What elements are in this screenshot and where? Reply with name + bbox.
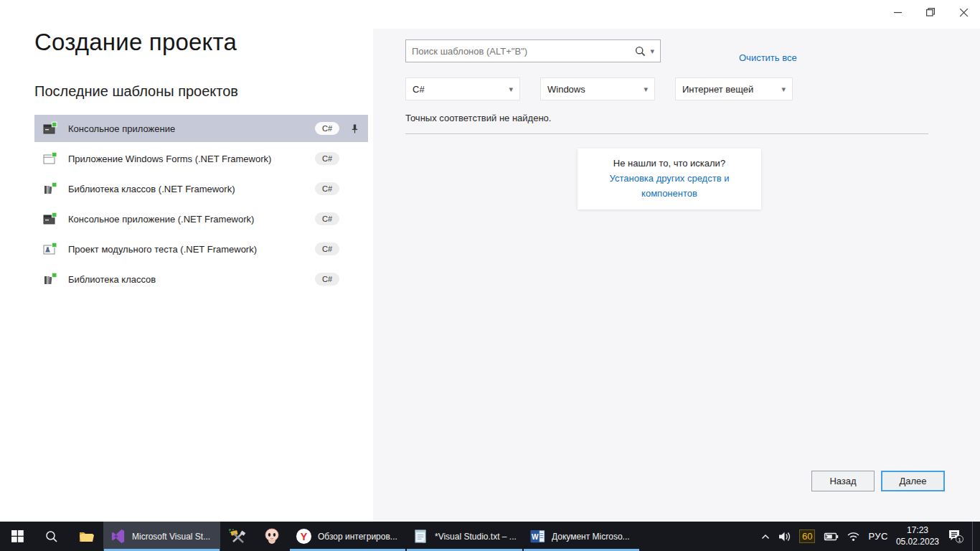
template-item-console-app[interactable]: Консольное приложение C# [34, 115, 368, 142]
template-item-class-library-netfw[interactable]: Библиотека классов (.NET Framework) C# [34, 175, 368, 202]
project-type-dropdown-value: Интернет вещей [682, 84, 753, 95]
svg-text:1: 1 [958, 537, 961, 543]
notepad-icon [413, 528, 429, 545]
template-item-winforms-app[interactable]: Приложение Windows Forms (.NET Framework… [34, 145, 368, 172]
back-button[interactable]: Назад [811, 471, 875, 491]
next-button[interactable]: Далее [881, 471, 945, 491]
page-title: Создание проекта [34, 29, 368, 56]
template-label: Библиотека классов [68, 274, 315, 285]
template-item-unit-test[interactable]: Проект модульного теста (.NET Framework)… [34, 235, 368, 263]
speaker-icon [778, 531, 791, 542]
template-label: Консольное приложение [68, 123, 315, 134]
show-desktop-button[interactable] [972, 522, 976, 551]
results-divider [405, 133, 928, 134]
tray-overflow-button[interactable] [760, 532, 771, 541]
console-app-icon [43, 212, 57, 226]
crossed-hammers-gold-icon [228, 527, 247, 546]
yandex-browser-icon: Y [296, 528, 312, 545]
clock[interactable]: 17:23 05.02.2023 [896, 525, 939, 547]
template-label: Консольное приложение (.NET Framework) [68, 214, 315, 225]
battery-button[interactable] [823, 532, 839, 542]
no-match-message: Точных соответствий не найдено. [405, 113, 551, 123]
search-options-caret-icon[interactable]: ▾ [650, 47, 654, 55]
pin-icon [349, 123, 360, 134]
close-button[interactable] [947, 0, 980, 24]
task-label: *Visual Studio.txt – ... [435, 532, 517, 542]
console-app-icon [43, 121, 57, 136]
battery-charging-icon [823, 532, 839, 542]
class-library-icon [43, 272, 57, 286]
close-icon [960, 9, 968, 17]
restore-button[interactable] [914, 0, 947, 24]
language-badge: C# [315, 152, 339, 165]
chevron-down-icon: ▾ [644, 85, 648, 93]
language-indicator[interactable]: РУС [868, 531, 888, 542]
project-type-dropdown[interactable]: Интернет вещей ▾ [675, 77, 793, 100]
recent-templates-list: Консольное приложение C# Приложение Win [34, 115, 368, 293]
template-item-console-app-netfw[interactable]: Консольное приложение (.NET Framework) C… [34, 205, 368, 232]
task-label: Обзор интегриров... [318, 532, 397, 542]
language-dropdown[interactable]: C# ▾ [405, 77, 520, 100]
template-label: Проект модульного теста (.NET Framework) [68, 244, 315, 255]
chevron-down-icon: ▾ [781, 85, 786, 93]
search-icon [45, 530, 58, 543]
isaac-game-button[interactable] [255, 522, 289, 551]
visual-studio-icon [110, 528, 126, 545]
chevron-up-icon [760, 532, 771, 541]
winforms-app-icon [43, 151, 57, 166]
minimize-button[interactable] [881, 0, 914, 24]
clock-time: 17:23 [896, 525, 939, 537]
volume-button[interactable] [778, 531, 791, 542]
start-button[interactable] [0, 522, 34, 551]
template-label: Библиотека классов (.NET Framework) [68, 184, 315, 194]
filter-dropdowns: C# ▾ Windows ▾ Интернет вещей ▾ [405, 77, 793, 100]
taskbar-task-word[interactable]: W Документ Microso... [523, 522, 640, 551]
install-tools-link[interactable]: Установка других средств и компонентов [580, 171, 758, 202]
taskbar-task-visual-studio[interactable]: Microsoft Visual St... [103, 522, 220, 551]
language-badge: C# [315, 182, 339, 195]
language-badge: C# [315, 242, 339, 255]
platform-dropdown-value: Windows [547, 84, 585, 95]
system-tray: 60 РУС 17:23 05.02.2023 [760, 522, 980, 551]
task-label: Документ Microso... [552, 532, 630, 542]
clock-date: 05.02.2023 [896, 537, 939, 548]
template-item-class-library[interactable]: Библиотека классов C# [34, 265, 368, 293]
window-controls [881, 0, 980, 24]
template-search-panel: ▾ Очистить все C# ▾ Windows ▾ Интернет в… [373, 29, 980, 522]
create-project-window: Создание проекта Последние шаблоны проек… [0, 0, 980, 522]
svg-text:Y: Y [301, 531, 308, 542]
taskbar-task-yandex-browser[interactable]: Y Обзор интегриров... [289, 522, 406, 551]
clear-all-link[interactable]: Очистить все [739, 52, 797, 63]
class-library-icon [43, 182, 57, 196]
battery-percent-indicator[interactable]: 60 [799, 529, 815, 543]
pin-button[interactable] [347, 123, 362, 134]
recent-templates-heading: Последние шаблоны проектов [34, 83, 368, 100]
not-found-title: Не нашли то, что искали? [580, 156, 758, 171]
windows-logo-icon [11, 530, 24, 542]
platform-dropdown[interactable]: Windows ▾ [540, 77, 655, 100]
minimize-icon [894, 9, 902, 17]
taskbar-search-button[interactable] [34, 522, 69, 551]
taskbar: Microsoft Visual St... Y Обзор интегриро… [0, 522, 980, 551]
search-input[interactable] [412, 46, 635, 57]
search-icon[interactable] [635, 46, 646, 57]
not-found-card: Не нашли то, что искали? Установка други… [578, 149, 761, 209]
svg-text:W: W [532, 533, 539, 541]
word-icon: W [529, 528, 546, 545]
language-badge: C# [315, 212, 339, 225]
recent-templates-panel: Создание проекта Последние шаблоны проек… [34, 29, 368, 296]
taskbar-task-notepad[interactable]: *Visual Studio.txt – ... [406, 522, 523, 551]
file-explorer-icon [78, 529, 94, 545]
action-center-button[interactable]: 1 [947, 529, 964, 544]
unit-test-icon [43, 242, 57, 256]
language-dropdown-value: C# [413, 84, 425, 95]
template-label: Приложение Windows Forms (.NET Framework… [68, 154, 315, 164]
modding-tool-button[interactable] [220, 522, 255, 551]
file-explorer-button[interactable] [69, 522, 103, 551]
wizard-footer: Назад Далее [811, 471, 945, 491]
network-button[interactable] [847, 531, 860, 542]
template-search-box: ▾ [405, 39, 661, 62]
language-badge: C# [315, 122, 339, 135]
isaac-character-icon [263, 527, 281, 546]
chevron-down-icon: ▾ [509, 85, 513, 93]
